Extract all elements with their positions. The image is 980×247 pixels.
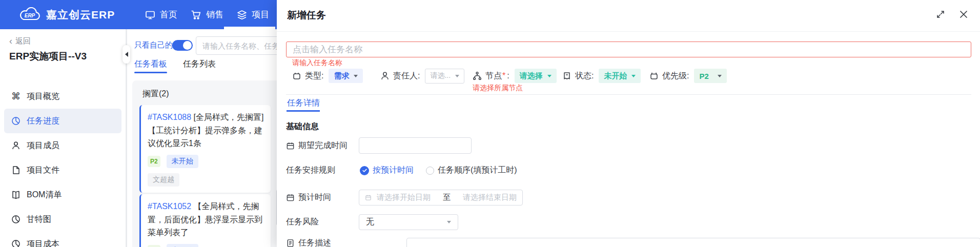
- only-mine-label: 只看自己的: [134, 40, 173, 50]
- nav-label: 销售: [206, 9, 223, 20]
- sidebar-item-gantt[interactable]: 甘特图: [4, 207, 121, 232]
- tab-task-detail[interactable]: 任务详情: [287, 98, 320, 109]
- nav-label: 项目: [252, 9, 269, 20]
- back-link[interactable]: ‹ 返回: [9, 36, 31, 46]
- toggle-knob: [183, 41, 192, 50]
- schedule-rule-label: 任务安排规则: [286, 165, 335, 176]
- back-label: 返回: [15, 36, 31, 46]
- expand-icon[interactable]: [936, 10, 945, 21]
- type-value: 需求: [334, 71, 349, 81]
- drawer-header-divider: [277, 31, 980, 32]
- sidebar-item-overview[interactable]: ⌘ 项目概览: [4, 84, 121, 109]
- prop-node: 节点*: 请选择: [473, 68, 557, 84]
- task-risk-label-wrap: 任务风险: [286, 217, 348, 228]
- task-name-input[interactable]: [286, 42, 971, 57]
- status-badge: 未开始: [167, 155, 198, 168]
- field-task-risk: 任务风险 无: [286, 214, 458, 230]
- back-chevron-icon: ‹: [9, 37, 12, 45]
- tab-task-list[interactable]: 任务列表: [183, 59, 216, 70]
- chevron-down-icon: [354, 75, 358, 77]
- risk-value: 无: [366, 217, 374, 228]
- prop-priority: 优先级: P2: [649, 68, 727, 84]
- book-icon: [11, 190, 21, 199]
- planned-time-label: 预计时间: [298, 192, 331, 203]
- new-task-drawer: 新增任务 请输入任务名称 类型: 需求: [277, 0, 980, 247]
- badge-row: P2 未开始: [148, 155, 264, 168]
- expected-time-input[interactable]: [359, 137, 472, 154]
- project-title: ERP实施项目--V3: [9, 50, 87, 63]
- sidebar-item-members[interactable]: 项目成员: [4, 133, 121, 158]
- nav-item-project[interactable]: 项目: [237, 0, 269, 29]
- date-range-picker[interactable]: 请选择开始日期 至 请选择结束日期: [359, 190, 523, 205]
- status-icon: [562, 71, 571, 80]
- project-sidebar: ‹ 返回 ERP实施项目--V3 ⌘ 项目概览 任务进度 项目成员: [0, 29, 126, 247]
- prop-label: 状态:: [575, 71, 594, 81]
- chevron-down-icon: [718, 75, 722, 77]
- node-error: 请选择所属节点: [473, 84, 523, 93]
- priority-badge: P2: [148, 156, 160, 167]
- sidebar-collapse-handle[interactable]: [122, 45, 130, 64]
- sitemap-icon: [473, 71, 482, 80]
- sidebar-item-files[interactable]: 项目文件: [4, 158, 121, 182]
- app-logo[interactable]: ERP 嘉立创云ERP: [18, 0, 115, 29]
- date-separator: 至: [443, 193, 451, 202]
- field-expected-time: 期望完成时间: [286, 137, 472, 154]
- nav-item-sales[interactable]: 销售: [191, 0, 223, 29]
- monitor-icon: [145, 10, 155, 20]
- collapse-left-icon: [125, 52, 128, 57]
- radio-checked-icon: [360, 166, 369, 175]
- assignee-badge: 文超越: [148, 173, 179, 187]
- sidebar-item-label: BOM清单: [27, 190, 62, 200]
- status-dropdown[interactable]: 未开始: [599, 69, 641, 83]
- logo-text: 嘉立创云ERP: [46, 8, 115, 22]
- priority-icon: [649, 71, 659, 80]
- task-card[interactable]: #TASK1052 【全局样式，先搁置，后面优化】悬浮显示显示到菜单列表了 P2…: [139, 194, 271, 247]
- task-desc-input[interactable]: [406, 238, 980, 247]
- radio-label: 按预计时间: [373, 165, 414, 176]
- radio-by-task-order[interactable]: 任务顺序(填预计工时): [414, 165, 517, 176]
- tab-kanban[interactable]: 任务看板: [134, 59, 167, 70]
- radio-by-planned-time[interactable]: 按预计时间: [360, 165, 414, 176]
- chevron-down-icon: [447, 221, 451, 223]
- task-name-error: 请输入任务名称: [292, 58, 342, 68]
- chevron-down-icon: [455, 75, 459, 77]
- priority-dropdown[interactable]: P2: [694, 69, 727, 83]
- node-dropdown[interactable]: 请选择: [515, 69, 557, 83]
- type-dropdown[interactable]: 需求: [329, 69, 363, 83]
- sidebar-item-bom[interactable]: BOM清单: [4, 182, 121, 207]
- prop-label: 节点: [485, 71, 502, 81]
- svg-text:ERP: ERP: [25, 13, 35, 18]
- close-icon[interactable]: [958, 9, 969, 22]
- type-icon: [292, 71, 301, 80]
- required-star: *: [502, 71, 505, 80]
- document-icon: [286, 239, 295, 247]
- calendar-icon: [365, 194, 372, 201]
- expected-time-label: 期望完成时间: [298, 140, 348, 151]
- assignee-dropdown[interactable]: 请选...: [425, 69, 464, 84]
- pie-icon: [11, 239, 21, 247]
- sidebar-item-cost[interactable]: 项目成本: [4, 232, 121, 247]
- task-id-link[interactable]: #TASK1088: [148, 113, 191, 121]
- prop-colon: :: [507, 71, 509, 80]
- pie-icon: [11, 116, 21, 126]
- task-id-link[interactable]: #TASK1052: [148, 202, 191, 211]
- sidebar-item-task-progress[interactable]: 任务进度: [4, 109, 121, 133]
- chevron-down-icon: [631, 75, 636, 77]
- only-mine-toggle[interactable]: [172, 40, 193, 51]
- drawer-title: 新增任务: [287, 9, 326, 22]
- nav-item-home[interactable]: 首页: [145, 0, 177, 29]
- risk-select[interactable]: 无: [359, 214, 458, 230]
- task-card[interactable]: #TASK1088 [全局样式，先搁置]【工统计分析】提示弹多条，建议优化显示1…: [139, 105, 271, 193]
- badge-row: P2 未开始: [148, 244, 264, 247]
- schedule-rule-label-wrap: 任务安排规则: [286, 165, 348, 176]
- cloud-erp-logo-icon: ERP: [18, 7, 41, 23]
- sidebar-item-label: 项目文件: [27, 165, 59, 176]
- node-value: 请选择: [520, 71, 543, 81]
- sidebar-menu: ⌘ 项目概览 任务进度 项目成员 项目文件: [0, 84, 126, 247]
- file-icon: [11, 166, 21, 175]
- sidebar-item-label: 项目成员: [27, 140, 59, 151]
- section-basic-info: 基础信息: [286, 121, 319, 132]
- layers-icon: [237, 10, 247, 20]
- prop-label: 责任人:: [393, 71, 420, 81]
- prop-assignee: 责任人: 请选...: [380, 68, 464, 84]
